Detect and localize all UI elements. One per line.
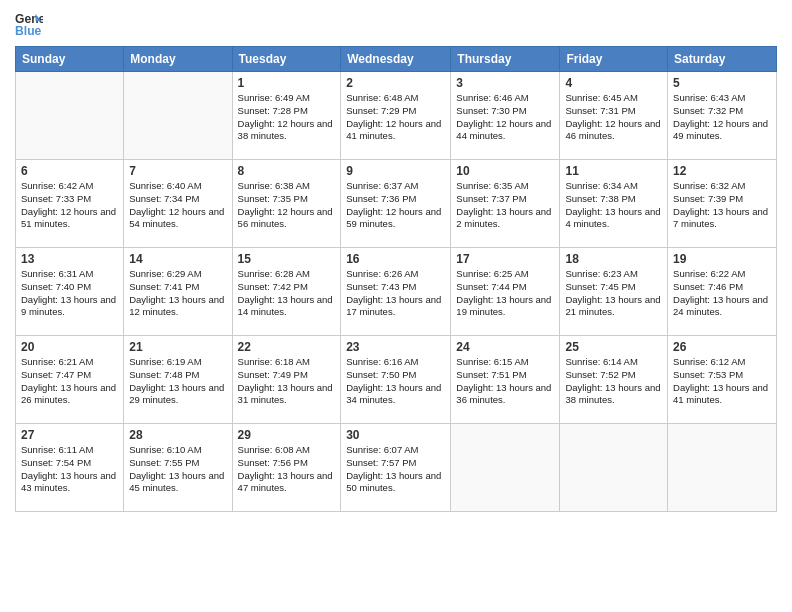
day-number: 13 — [21, 252, 118, 266]
calendar-cell: 13Sunrise: 6:31 AMSunset: 7:40 PMDayligh… — [16, 248, 124, 336]
calendar-cell: 5Sunrise: 6:43 AMSunset: 7:32 PMDaylight… — [668, 72, 777, 160]
day-info: Sunrise: 6:21 AMSunset: 7:47 PMDaylight:… — [21, 356, 118, 407]
day-info: Sunrise: 6:26 AMSunset: 7:43 PMDaylight:… — [346, 268, 445, 319]
day-number: 6 — [21, 164, 118, 178]
day-number: 14 — [129, 252, 226, 266]
day-info: Sunrise: 6:12 AMSunset: 7:53 PMDaylight:… — [673, 356, 771, 407]
day-info: Sunrise: 6:29 AMSunset: 7:41 PMDaylight:… — [129, 268, 226, 319]
calendar-cell: 19Sunrise: 6:22 AMSunset: 7:46 PMDayligh… — [668, 248, 777, 336]
day-info: Sunrise: 6:37 AMSunset: 7:36 PMDaylight:… — [346, 180, 445, 231]
day-info: Sunrise: 6:28 AMSunset: 7:42 PMDaylight:… — [238, 268, 336, 319]
calendar-cell — [560, 424, 668, 512]
day-header-tuesday: Tuesday — [232, 47, 341, 72]
calendar-cell: 14Sunrise: 6:29 AMSunset: 7:41 PMDayligh… — [124, 248, 232, 336]
page: General Blue SundayMondayTuesdayWednesda… — [0, 0, 792, 612]
day-number: 8 — [238, 164, 336, 178]
calendar-cell — [124, 72, 232, 160]
calendar-cell: 22Sunrise: 6:18 AMSunset: 7:49 PMDayligh… — [232, 336, 341, 424]
day-number: 16 — [346, 252, 445, 266]
day-info: Sunrise: 6:10 AMSunset: 7:55 PMDaylight:… — [129, 444, 226, 495]
calendar-cell: 28Sunrise: 6:10 AMSunset: 7:55 PMDayligh… — [124, 424, 232, 512]
day-number: 15 — [238, 252, 336, 266]
calendar-cell: 17Sunrise: 6:25 AMSunset: 7:44 PMDayligh… — [451, 248, 560, 336]
calendar-cell: 7Sunrise: 6:40 AMSunset: 7:34 PMDaylight… — [124, 160, 232, 248]
calendar-week-row: 6Sunrise: 6:42 AMSunset: 7:33 PMDaylight… — [16, 160, 777, 248]
day-info: Sunrise: 6:14 AMSunset: 7:52 PMDaylight:… — [565, 356, 662, 407]
day-info: Sunrise: 6:18 AMSunset: 7:49 PMDaylight:… — [238, 356, 336, 407]
calendar-cell — [668, 424, 777, 512]
svg-text:Blue: Blue — [15, 24, 42, 38]
day-number: 21 — [129, 340, 226, 354]
day-info: Sunrise: 6:38 AMSunset: 7:35 PMDaylight:… — [238, 180, 336, 231]
day-number: 29 — [238, 428, 336, 442]
day-number: 18 — [565, 252, 662, 266]
calendar-week-row: 1Sunrise: 6:49 AMSunset: 7:28 PMDaylight… — [16, 72, 777, 160]
calendar-cell: 8Sunrise: 6:38 AMSunset: 7:35 PMDaylight… — [232, 160, 341, 248]
day-info: Sunrise: 6:19 AMSunset: 7:48 PMDaylight:… — [129, 356, 226, 407]
header: General Blue — [15, 10, 777, 38]
day-info: Sunrise: 6:35 AMSunset: 7:37 PMDaylight:… — [456, 180, 554, 231]
calendar-cell: 3Sunrise: 6:46 AMSunset: 7:30 PMDaylight… — [451, 72, 560, 160]
calendar-cell: 23Sunrise: 6:16 AMSunset: 7:50 PMDayligh… — [341, 336, 451, 424]
day-info: Sunrise: 6:23 AMSunset: 7:45 PMDaylight:… — [565, 268, 662, 319]
calendar-cell: 18Sunrise: 6:23 AMSunset: 7:45 PMDayligh… — [560, 248, 668, 336]
day-info: Sunrise: 6:15 AMSunset: 7:51 PMDaylight:… — [456, 356, 554, 407]
day-info: Sunrise: 6:43 AMSunset: 7:32 PMDaylight:… — [673, 92, 771, 143]
calendar-cell: 30Sunrise: 6:07 AMSunset: 7:57 PMDayligh… — [341, 424, 451, 512]
day-number: 5 — [673, 76, 771, 90]
calendar-cell: 9Sunrise: 6:37 AMSunset: 7:36 PMDaylight… — [341, 160, 451, 248]
calendar-cell — [16, 72, 124, 160]
day-header-friday: Friday — [560, 47, 668, 72]
day-number: 3 — [456, 76, 554, 90]
day-info: Sunrise: 6:32 AMSunset: 7:39 PMDaylight:… — [673, 180, 771, 231]
day-info: Sunrise: 6:25 AMSunset: 7:44 PMDaylight:… — [456, 268, 554, 319]
day-info: Sunrise: 6:40 AMSunset: 7:34 PMDaylight:… — [129, 180, 226, 231]
calendar-cell: 11Sunrise: 6:34 AMSunset: 7:38 PMDayligh… — [560, 160, 668, 248]
calendar-week-row: 20Sunrise: 6:21 AMSunset: 7:47 PMDayligh… — [16, 336, 777, 424]
day-info: Sunrise: 6:42 AMSunset: 7:33 PMDaylight:… — [21, 180, 118, 231]
calendar-week-row: 27Sunrise: 6:11 AMSunset: 7:54 PMDayligh… — [16, 424, 777, 512]
calendar-cell: 2Sunrise: 6:48 AMSunset: 7:29 PMDaylight… — [341, 72, 451, 160]
day-info: Sunrise: 6:45 AMSunset: 7:31 PMDaylight:… — [565, 92, 662, 143]
day-number: 22 — [238, 340, 336, 354]
calendar-table: SundayMondayTuesdayWednesdayThursdayFrid… — [15, 46, 777, 512]
day-number: 9 — [346, 164, 445, 178]
calendar-cell: 1Sunrise: 6:49 AMSunset: 7:28 PMDaylight… — [232, 72, 341, 160]
day-number: 4 — [565, 76, 662, 90]
day-info: Sunrise: 6:34 AMSunset: 7:38 PMDaylight:… — [565, 180, 662, 231]
day-number: 11 — [565, 164, 662, 178]
calendar-cell — [451, 424, 560, 512]
day-info: Sunrise: 6:07 AMSunset: 7:57 PMDaylight:… — [346, 444, 445, 495]
day-info: Sunrise: 6:46 AMSunset: 7:30 PMDaylight:… — [456, 92, 554, 143]
calendar-cell: 25Sunrise: 6:14 AMSunset: 7:52 PMDayligh… — [560, 336, 668, 424]
day-number: 2 — [346, 76, 445, 90]
day-number: 7 — [129, 164, 226, 178]
calendar-cell: 4Sunrise: 6:45 AMSunset: 7:31 PMDaylight… — [560, 72, 668, 160]
day-number: 23 — [346, 340, 445, 354]
calendar-cell: 26Sunrise: 6:12 AMSunset: 7:53 PMDayligh… — [668, 336, 777, 424]
calendar-cell: 12Sunrise: 6:32 AMSunset: 7:39 PMDayligh… — [668, 160, 777, 248]
day-info: Sunrise: 6:11 AMSunset: 7:54 PMDaylight:… — [21, 444, 118, 495]
day-header-monday: Monday — [124, 47, 232, 72]
day-number: 30 — [346, 428, 445, 442]
day-number: 27 — [21, 428, 118, 442]
day-number: 12 — [673, 164, 771, 178]
day-header-saturday: Saturday — [668, 47, 777, 72]
logo: General Blue — [15, 10, 43, 38]
day-number: 26 — [673, 340, 771, 354]
calendar-cell: 21Sunrise: 6:19 AMSunset: 7:48 PMDayligh… — [124, 336, 232, 424]
day-number: 10 — [456, 164, 554, 178]
day-number: 20 — [21, 340, 118, 354]
calendar-cell: 20Sunrise: 6:21 AMSunset: 7:47 PMDayligh… — [16, 336, 124, 424]
day-number: 28 — [129, 428, 226, 442]
day-header-wednesday: Wednesday — [341, 47, 451, 72]
day-number: 17 — [456, 252, 554, 266]
day-number: 1 — [238, 76, 336, 90]
calendar-cell: 24Sunrise: 6:15 AMSunset: 7:51 PMDayligh… — [451, 336, 560, 424]
day-number: 24 — [456, 340, 554, 354]
calendar-cell: 29Sunrise: 6:08 AMSunset: 7:56 PMDayligh… — [232, 424, 341, 512]
day-info: Sunrise: 6:31 AMSunset: 7:40 PMDaylight:… — [21, 268, 118, 319]
calendar-cell: 27Sunrise: 6:11 AMSunset: 7:54 PMDayligh… — [16, 424, 124, 512]
day-number: 19 — [673, 252, 771, 266]
calendar-cell: 16Sunrise: 6:26 AMSunset: 7:43 PMDayligh… — [341, 248, 451, 336]
